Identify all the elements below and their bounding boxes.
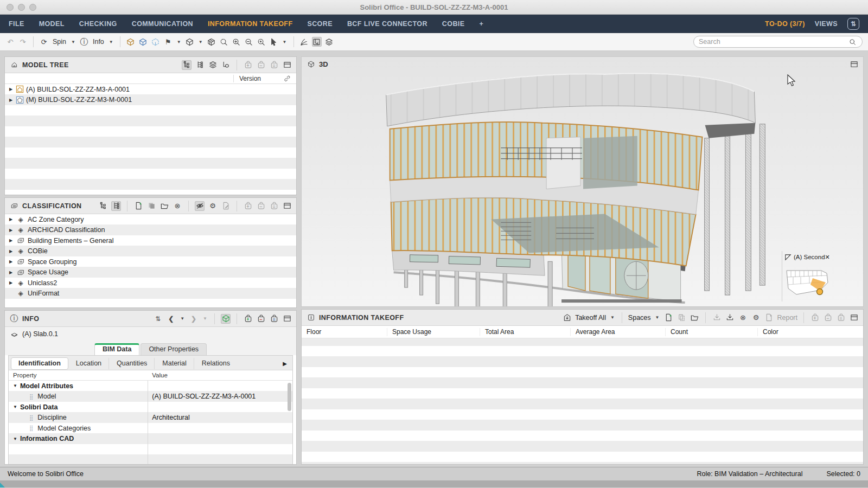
collapse-arrow-icon[interactable]: ▼ — [13, 436, 17, 441]
transparent-cube-icon[interactable] — [151, 37, 161, 47]
drag-handle-icon[interactable]: ⣿ — [29, 415, 34, 421]
sort-updown-icon[interactable]: ⇅ — [153, 314, 163, 324]
zoom-select-icon[interactable] — [219, 37, 229, 47]
view-dropdown-caret[interactable]: ▼ — [199, 40, 203, 44]
expand-arrow-icon[interactable]: ▶ — [8, 228, 14, 233]
panel-layout-icon[interactable] — [282, 201, 292, 211]
tree-layers-icon[interactable] — [208, 60, 218, 70]
basket-remove-icon[interactable]: − — [256, 60, 266, 70]
panel-layout-icon[interactable] — [282, 314, 292, 324]
panel-layout-icon[interactable] — [849, 313, 859, 323]
undo-icon[interactable]: ↶ — [5, 37, 15, 47]
property-row[interactable]: ⣿DisciplineArchitectural — [9, 413, 292, 423]
tree-flat-icon[interactable] — [195, 60, 205, 70]
classification-row[interactable]: ▶◈COBie — [5, 246, 296, 257]
property-row[interactable]: ⣿Model(A) BUILD-SOL-ZZ-ZZ-M3-A-0001 — [9, 391, 292, 402]
drag-handle-icon[interactable]: ⣿ — [29, 394, 34, 400]
back-dropdown-caret[interactable]: ▼ — [180, 316, 184, 321]
takeoff-all-label[interactable]: Takeoff All — [575, 314, 606, 322]
subtab-quantities[interactable]: Quantities — [110, 358, 155, 369]
open-classification-icon[interactable] — [159, 201, 169, 211]
classification-row[interactable]: ▶◈AC Zone Category — [5, 214, 296, 225]
menu-bcf-live-connector[interactable]: BCF LIVE CONNECTOR — [347, 20, 427, 28]
spin-icon[interactable]: ⟳ — [39, 37, 49, 47]
classification-row[interactable]: ▶Space Usage — [5, 267, 296, 278]
basket-add-icon[interactable]: + — [243, 201, 253, 211]
markup-dropdown-caret[interactable]: ▼ — [177, 40, 181, 44]
subtabs-overflow-arrow[interactable]: ▶ — [283, 361, 290, 367]
scrollbar[interactable] — [287, 382, 292, 463]
property-group-row[interactable]: ▼Solibri Data — [9, 402, 292, 413]
basket-remove-icon[interactable]: − — [256, 201, 266, 211]
property-column-label[interactable]: Property — [9, 372, 148, 378]
new-takeoff-icon[interactable] — [663, 313, 673, 323]
basket-remove-icon[interactable]: − — [256, 314, 266, 324]
expand-arrow-icon[interactable]: ▶ — [8, 87, 14, 92]
takeoff-rows-empty[interactable] — [302, 338, 863, 464]
scrollbar-thumb[interactable] — [288, 383, 291, 411]
property-group-row[interactable]: ▼Information CAD — [9, 434, 292, 445]
menu-communication[interactable]: COMMUNICATION — [132, 20, 193, 28]
hide-cube-icon[interactable] — [138, 37, 148, 47]
version-column-label[interactable]: Version — [233, 75, 275, 82]
model-tree-row-architectural[interactable]: ▶ (A) BUILD-SOL-ZZ-ZZ-M3-A-0001 — [5, 84, 296, 95]
basket-remove-icon[interactable]: − — [823, 313, 833, 323]
tree-flat-icon[interactable] — [111, 201, 121, 211]
tab-bim-data[interactable]: BIM Data — [94, 343, 139, 355]
basket-add-icon[interactable]: + — [243, 314, 253, 324]
column-floor[interactable]: Floor — [302, 328, 387, 336]
property-group-row[interactable]: ▼Model Attributes — [9, 381, 292, 391]
column-space-usage[interactable]: Space Usage — [387, 328, 480, 336]
markup-flag-icon[interactable]: ⚑ — [163, 37, 173, 47]
expand-arrow-icon[interactable]: ▶ — [8, 238, 14, 243]
classification-row[interactable]: ▶◈Uniclass2 — [5, 278, 296, 288]
zoom-out-icon[interactable] — [244, 37, 254, 47]
report-label[interactable]: Report — [777, 314, 797, 322]
basket-set-icon[interactable]: ≡ — [269, 314, 279, 324]
viewport-3d[interactable]: 3D — [301, 56, 864, 307]
expand-arrow-icon[interactable]: ▶ — [8, 259, 14, 264]
basket-add-icon[interactable]: + — [810, 313, 820, 323]
expand-arrow-icon[interactable]: ▶ — [8, 270, 14, 275]
info-dropdown-caret[interactable]: ▼ — [109, 40, 113, 44]
resize-handle-icon[interactable] — [784, 254, 792, 261]
spaces-caret[interactable]: ▼ — [655, 315, 660, 320]
copy-classification-icon[interactable] — [146, 201, 156, 211]
import-takeoff-icon[interactable] — [712, 313, 722, 323]
spin-dropdown-caret[interactable]: ▼ — [71, 40, 75, 44]
close-icon[interactable]: ✕ — [825, 254, 830, 261]
open-takeoff-icon[interactable] — [690, 313, 699, 323]
history-back-icon[interactable]: ❮ — [166, 314, 176, 324]
basket-set-icon[interactable]: ≡ — [269, 201, 279, 211]
menu-model[interactable]: MODEL — [39, 20, 65, 28]
takeoff-all-caret[interactable]: ▼ — [610, 315, 615, 320]
subtab-location[interactable]: Location — [69, 358, 109, 369]
menu-file[interactable]: FILE — [9, 20, 24, 28]
edit-classification-icon[interactable] — [221, 201, 231, 211]
floorplan-map-icon[interactable] — [312, 37, 322, 47]
menu-cobie[interactable]: COBIE — [442, 20, 465, 28]
column-divider[interactable] — [148, 381, 148, 464]
model-tree-row-mep[interactable]: ▶ (M) BUILD-SOL-ZZ-ZZ-M3-M-0001 — [5, 95, 296, 106]
column-color[interactable]: Color — [757, 328, 863, 336]
classification-row[interactable]: ▶Space Grouping — [5, 256, 296, 267]
link-icon[interactable] — [282, 74, 292, 84]
takeoff-all-icon[interactable] — [562, 313, 572, 323]
classification-row-uniformat[interactable]: ◈UniFormat — [5, 288, 296, 299]
info-mode-label[interactable]: Info — [93, 38, 104, 46]
section-box-icon[interactable] — [207, 37, 216, 47]
select-cursor-icon[interactable] — [269, 37, 279, 47]
panel-layout-icon[interactable] — [282, 60, 292, 70]
expand-arrow-icon[interactable]: ▶ — [8, 280, 14, 285]
zoom-in-icon[interactable] — [232, 37, 241, 47]
history-forward-icon[interactable]: ❯ — [189, 314, 199, 324]
close-takeoff-icon[interactable]: ⊗ — [738, 313, 748, 323]
show-all-cube-icon[interactable] — [126, 37, 136, 47]
subtab-relations[interactable]: Relations — [195, 358, 237, 369]
column-count[interactable]: Count — [665, 328, 757, 336]
search-input[interactable] — [699, 38, 847, 46]
solibri-logo-icon[interactable]: ⇅ — [847, 18, 859, 30]
menu-add-tab[interactable]: + — [479, 20, 483, 28]
classification-row[interactable]: ▶◈ARCHICAD Classification — [5, 225, 296, 236]
footprint-fan-icon[interactable] — [299, 37, 309, 47]
